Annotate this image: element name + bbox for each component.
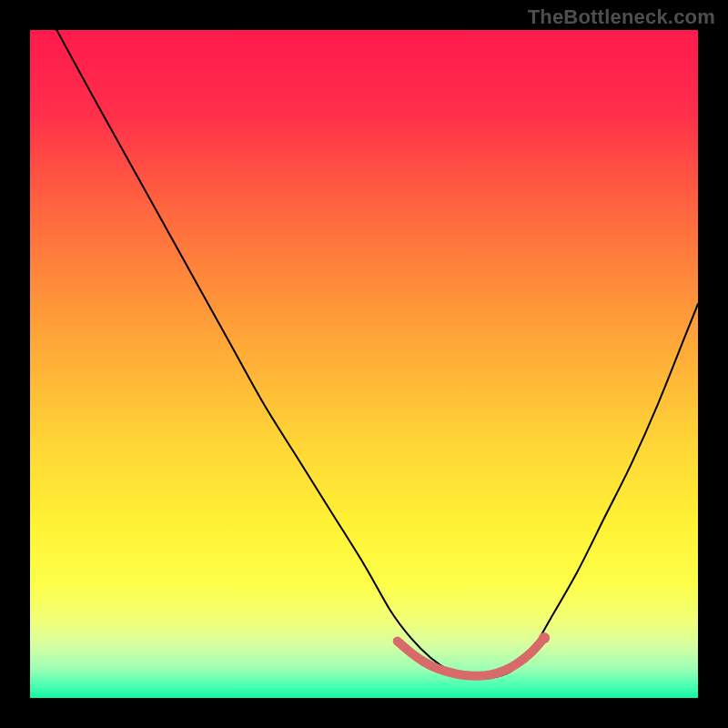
bottleneck-curve — [56, 30, 698, 679]
chart-frame: TheBottleneck.com — [0, 0, 728, 728]
optimal-band-end-dot — [539, 632, 550, 643]
watermark-text: TheBottleneck.com — [528, 5, 715, 29]
optimal-band — [398, 638, 544, 676]
chart-svg — [30, 30, 698, 698]
plot-area — [30, 30, 698, 698]
